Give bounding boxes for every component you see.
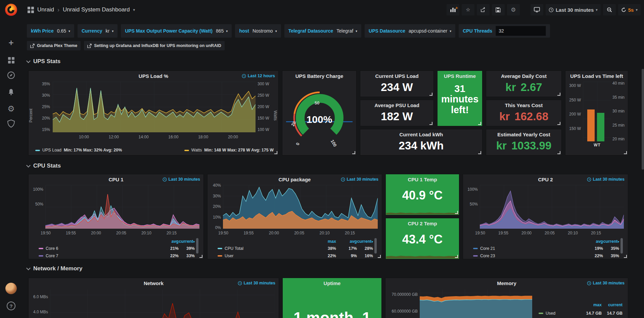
refresh-interval-label[interactable]: 5s (628, 7, 634, 13)
dashboard-settings-button[interactable]: ⚙ (507, 4, 520, 15)
chevron-down-icon: ▾ (356, 29, 357, 33)
legend-row[interactable]: User 22%9%16% (218, 252, 378, 260)
panel-time-override[interactable]: Last 30 minutes (341, 177, 378, 182)
legend-header[interactable]: max (581, 303, 602, 307)
variable-value-dropdown[interactable]: apcupsd-container▾ (409, 28, 451, 34)
section-cpu-stats[interactable]: CPU Stats (27, 163, 61, 169)
variable-value-dropdown[interactable]: 865▾ (216, 28, 228, 34)
legend-scrollbar[interactable] (196, 238, 198, 254)
time-range-picker[interactable]: Last 30 minutes ▾ (546, 4, 601, 15)
section-network-memory[interactable]: Network / Memory (27, 265, 82, 272)
panel-title[interactable]: CPU 1 Temp (386, 177, 459, 182)
cpu-package-chart[interactable] (223, 185, 378, 229)
tv-mode-button[interactable] (531, 4, 543, 15)
sort-caret: ▾ (193, 240, 195, 243)
bar-T[interactable] (597, 113, 604, 141)
left-sidebar: + ⚙ ? (0, 0, 22, 318)
link-grafana-plex-theme[interactable]: Grafana Plex Theme (27, 41, 81, 50)
cpu2-chart[interactable] (480, 185, 624, 229)
legend-row[interactable]: CPU Total 38%17%28% (218, 245, 378, 252)
legend-item[interactable]: UPS Load Min: 17% Max: 32% Avg: 20% (35, 148, 122, 152)
chevron-down-icon[interactable]: ▾ (636, 8, 638, 12)
ups-bar-chart[interactable] (583, 82, 611, 141)
alerting-bell-icon[interactable] (0, 88, 22, 96)
legend-row[interactable]: Used 14.7 GB14.7 GB (539, 308, 623, 318)
panel-time-override[interactable]: Last 30 minutes (587, 281, 625, 285)
legend-header[interactable]: avg (158, 239, 179, 244)
panel-time-override[interactable]: Last 30 minutes (587, 177, 625, 182)
create-plus-icon[interactable]: + (0, 38, 22, 48)
series-color-marker (184, 150, 189, 151)
network-chart[interactable] (50, 289, 275, 318)
breadcrumb-root[interactable]: Unraid (37, 6, 54, 13)
y-axis-ticks-left: 70.000000 GB60.000000 GB50.000000 GB (387, 292, 418, 318)
memory-chart[interactable] (420, 289, 532, 318)
legend-row[interactable]: Core 21 19%35% (473, 245, 624, 252)
bar-W[interactable] (587, 109, 595, 141)
dashboard-variables-row: kWh Price 0.65▾ Currency kr▾ UPS Max Out… (27, 24, 637, 38)
panel-title[interactable]: UPS Load % (29, 73, 278, 79)
star-button[interactable]: ☆ (462, 4, 474, 15)
series-color-marker (539, 313, 543, 314)
legend-header[interactable]: max (315, 239, 336, 244)
panel-title[interactable]: Current Load kWh (360, 132, 482, 137)
panel-title[interactable]: Average Daily Cost (486, 73, 561, 79)
variable-host: host Nostromo▾ (235, 24, 281, 38)
panel-title[interactable]: UPS Load vs Time left (565, 73, 628, 79)
dashboards-icon[interactable] (0, 57, 22, 63)
legend-scrollbar[interactable] (374, 238, 377, 254)
legend-item[interactable]: Watts Min: 148 W Max: 278 W Avg: 175 W (184, 148, 274, 152)
legend-scrollbar[interactable] (620, 238, 623, 254)
x-axis-ticks: WT (583, 143, 611, 147)
panel-title[interactable]: CPU 2 Temp (386, 221, 459, 226)
grafana-logo[interactable] (4, 3, 18, 16)
panel-title[interactable]: This Years Cost (486, 102, 561, 108)
chevron-down-icon: ▾ (596, 8, 598, 12)
legend-row[interactable]: Core 23 22%35% (473, 252, 624, 260)
dashboards-grid-icon[interactable] (28, 7, 34, 13)
panel-title[interactable]: Uptime (283, 280, 381, 286)
panel-title[interactable]: Estimated Yearly Cost (486, 132, 561, 137)
external-link-icon (30, 44, 35, 48)
cpu1-chart[interactable] (45, 185, 199, 229)
legend-header[interactable]: avg (582, 239, 603, 244)
page-scrollbar[interactable] (642, 69, 644, 170)
legend-table: max avg current▾ CPU Total 38%17%28% Use… (218, 238, 378, 260)
variable-value-dropdown[interactable]: Telegraf▾ (336, 28, 357, 34)
zoom-out-button[interactable] (603, 4, 616, 15)
server-admin-shield-icon[interactable] (0, 120, 22, 128)
configuration-gear-icon[interactable]: ⚙ (0, 104, 22, 113)
legend-header[interactable]: avg (336, 239, 357, 244)
panel-cpu2: CPU 2 Last 30 minutes 100%50% 19:5019:55… (463, 174, 628, 259)
panel-time-override[interactable]: Last 12 hours (242, 74, 275, 78)
clock-icon (242, 74, 246, 78)
legend-row[interactable]: Core 7 22%33% (39, 252, 199, 260)
breadcrumb-page[interactable]: Unraid System Dashboard (63, 6, 130, 13)
panel-time-override[interactable]: Last 30 minutes (238, 281, 275, 285)
panel-title[interactable]: UPS Battery Charge (282, 73, 356, 79)
legend-row[interactable]: Core 6 21%39% (39, 245, 199, 252)
add-panel-button[interactable]: + (447, 4, 459, 15)
link-ups-monitoring-guide[interactable]: Setting up Grafana and InfluxDB for UPS … (84, 41, 224, 50)
variable-value-dropdown[interactable]: kr▾ (105, 28, 113, 34)
user-avatar[interactable] (0, 283, 22, 294)
explore-compass-icon[interactable] (0, 71, 22, 79)
panel-title[interactable]: UPS Runtime (438, 73, 482, 79)
legend-header[interactable]: current (602, 303, 623, 307)
variable-value-dropdown[interactable]: Nostromo▾ (252, 28, 277, 34)
share-button[interactable] (477, 4, 490, 15)
panel-this-years-cost: This Years Cost kr162.68 (486, 100, 562, 126)
help-icon[interactable]: ? (0, 302, 22, 310)
chevron-down-icon[interactable]: ▾ (133, 8, 135, 12)
save-button[interactable] (492, 4, 505, 15)
cpu-threads-input[interactable] (496, 26, 546, 36)
panel-title[interactable]: Current UPS Load (360, 73, 433, 79)
refresh-button[interactable]: 5s ▾ (618, 4, 641, 15)
panel-title[interactable]: Average PSU Load (360, 102, 433, 108)
variable-value-dropdown[interactable]: 0.65▾ (57, 28, 70, 34)
section-ups-stats[interactable]: UPS Stats (27, 58, 60, 65)
ups-load-chart[interactable] (53, 82, 256, 132)
panel-time-override[interactable]: Last 30 minutes (163, 177, 200, 182)
y-axis-ticks-left: 100%50% (465, 187, 478, 207)
x-axis-ticks: 10:0012:0014:0016:0018:0020:00 (79, 135, 238, 139)
